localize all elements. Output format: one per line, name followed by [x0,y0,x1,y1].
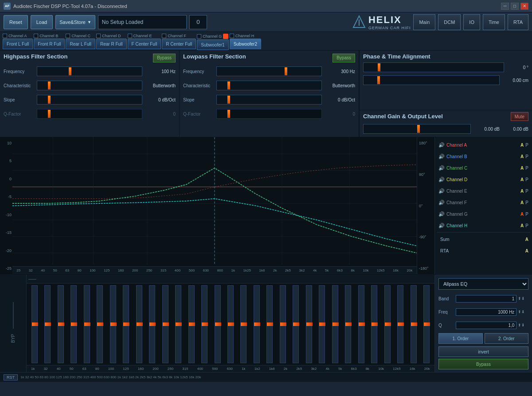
fader-thumb-25[interactable] [345,322,352,326]
channel-d-checkbox[interactable] [96,34,101,38]
fader-thumb-4[interactable] [71,322,77,326]
fader-track-6[interactable] [97,285,103,363]
ch-b-ap[interactable]: A [520,154,524,159]
fader-thumb-28[interactable] [385,322,391,326]
fader-thumb-24[interactable] [332,322,339,326]
fader-track-31[interactable] [423,285,430,363]
fader-thumb-7[interactable] [110,322,117,326]
ch-g-speaker-icon[interactable]: 🔊 [438,211,445,217]
ch-g-ap[interactable]: A [520,212,524,217]
fader-track-23[interactable] [319,285,325,363]
fader-thumb-12[interactable] [176,322,182,326]
fader-thumb-30[interactable] [411,322,417,326]
fader-thumb-29[interactable] [398,322,404,326]
fader-thumb-8[interactable] [123,322,129,326]
fader-thumb-31[interactable] [424,322,430,326]
ch-d-speaker-icon[interactable]: 🔊 [438,177,445,182]
save-store-button[interactable]: Save&Store ▼ [55,15,95,29]
eq-q-input[interactable] [456,322,516,329]
ch-a-speaker-icon[interactable]: 🔊 [438,142,445,148]
eq-freq-stepper[interactable]: ⬆⬇ [516,310,528,314]
ch-rta-ap[interactable]: A [525,248,528,253]
ch-d-name[interactable]: Channel D [446,177,519,182]
fader-track-13[interactable] [188,285,195,363]
ch-c-speaker-icon[interactable]: 🔊 [438,165,445,171]
channel-f-tab[interactable]: R Center Full [162,39,196,49]
fader-thumb-21[interactable] [293,322,299,326]
lowpass-freq-slider[interactable] [216,66,322,76]
fader-track-3[interactable] [58,285,64,363]
fader-thumb-5[interactable] [84,322,90,326]
fader-track-29[interactable] [397,285,403,363]
time-slider[interactable] [363,75,500,85]
fader-track-11[interactable] [162,285,168,363]
fader-track-1[interactable] [31,285,38,363]
fader-track-27[interactable] [371,285,377,363]
fader-thumb-22[interactable] [306,322,313,326]
fader-track-17[interactable] [240,285,246,363]
eq-invert-button[interactable]: invert [438,346,528,357]
ch-e-ap[interactable]: A [520,189,524,194]
fader-track-24[interactable] [332,285,338,363]
eq-band-input[interactable] [456,295,516,303]
channel-a-tab[interactable]: Front L Full [3,39,33,49]
reset-button[interactable]: Reset [4,15,28,29]
ch-e-speaker-icon[interactable]: 🔊 [438,188,445,194]
fader-track-25[interactable] [345,285,351,363]
ch-f-name[interactable]: Channel F [446,200,519,205]
eq-freq-input[interactable] [456,308,516,316]
ch-h-ap[interactable]: A [520,223,524,228]
fader-track-22[interactable] [306,285,312,363]
highpass-freq-slider[interactable] [37,66,142,76]
highpass-bypass-button[interactable]: Bypass [153,54,176,62]
ch-g-name[interactable]: Channel G [446,212,519,217]
load-button[interactable]: Load [31,15,53,29]
lowpass-q-slider[interactable] [216,109,322,119]
ch-d-p[interactable]: P [525,177,528,182]
ch-h-name[interactable]: Channel H [446,223,519,228]
mute-button[interactable]: Mute [511,112,528,121]
channel-e-checkbox[interactable] [128,34,132,38]
ch-a-ap[interactable]: A [520,143,524,148]
fader-thumb-2[interactable] [45,322,51,326]
ch-sum-ap[interactable]: A [525,237,528,242]
close-button[interactable]: ✕ [520,3,528,10]
fader-track-16[interactable] [227,285,234,363]
fader-track-15[interactable] [215,285,221,363]
channel-g-tab[interactable]: Subwoofer1 [197,39,228,50]
ch-c-ap[interactable]: A [520,166,524,171]
fader-track-12[interactable] [175,285,181,363]
rst-button[interactable]: RST [4,374,18,380]
ch-b-speaker-icon[interactable]: 🔊 [438,154,445,159]
ch-c-name[interactable]: Channel C [446,166,519,171]
fader-track-20[interactable] [280,285,286,363]
nav-rta-button[interactable]: RTA [508,14,528,30]
fader-track-10[interactable] [149,285,155,363]
highpass-q-slider[interactable] [37,109,142,119]
fader-thumb-23[interactable] [319,322,325,326]
ch-a-p[interactable]: P [525,143,528,148]
nav-dcm-button[interactable]: DCM [438,14,461,30]
highpass-slope-slider[interactable] [37,95,142,105]
nav-time-button[interactable]: Time [483,14,505,30]
ch-e-p[interactable]: P [525,189,528,194]
fader-track-26[interactable] [358,285,364,363]
channel-f-checkbox[interactable] [162,34,166,38]
ch-c-p[interactable]: P [525,166,528,171]
channel-e-tab[interactable]: F Center Full [128,39,161,49]
fader-thumb-17[interactable] [241,322,247,326]
channel-h-checkbox[interactable] [230,34,234,38]
eq-order2-button[interactable]: 2. Order [485,333,529,344]
fader-track-5[interactable] [84,285,90,363]
fader-thumb-1[interactable] [32,322,38,326]
eq-band-stepper[interactable]: ⬆⬇ [516,296,528,301]
lowpass-bypass-button[interactable]: Bypass [332,54,355,62]
setup-number-input[interactable] [189,15,207,29]
eq-order1-button[interactable]: 1. Order [438,333,483,344]
fader-thumb-11[interactable] [163,322,169,326]
ch-h-speaker-icon[interactable]: 🔊 [438,223,445,229]
fader-thumb-10[interactable] [149,322,156,326]
fader-track-21[interactable] [293,285,299,363]
eq-bypass-button[interactable]: Bypass [438,359,528,369]
ch-f-speaker-icon[interactable]: 🔊 [438,200,445,206]
